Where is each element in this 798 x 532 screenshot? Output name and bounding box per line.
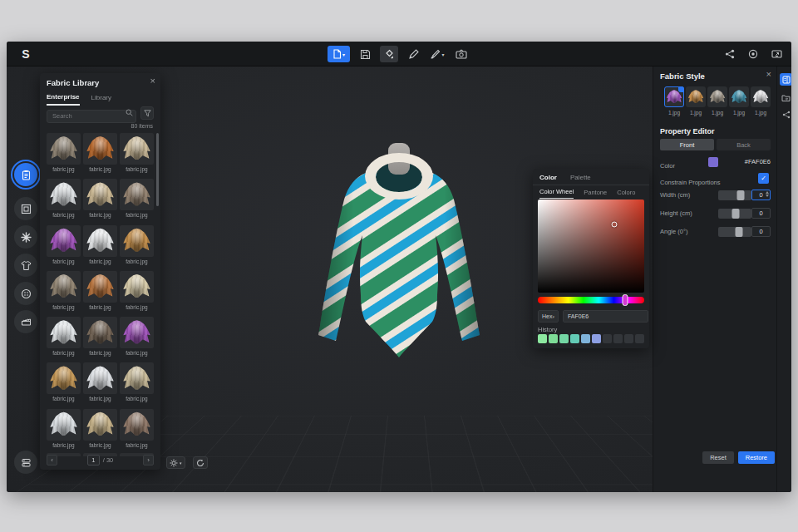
tab-enterprise[interactable]: Enterprise: [47, 91, 80, 106]
scrollbar[interactable]: [156, 133, 159, 206]
property-slider-track[interactable]: [718, 190, 751, 200]
export-dock-button[interactable]: [780, 91, 791, 104]
color-swatch[interactable]: [708, 157, 718, 167]
history-swatch[interactable]: [570, 334, 579, 343]
fabric-card[interactable]: fabric.jpg: [47, 362, 81, 403]
record-button[interactable]: [746, 46, 760, 62]
share-dock-button[interactable]: [780, 108, 791, 121]
saturation-value-square[interactable]: [538, 200, 644, 293]
rail-button-trim-button[interactable]: [14, 282, 37, 305]
rail-render-queue-button[interactable]: [14, 451, 37, 474]
fabric-card[interactable]: fabric.jpg: [120, 362, 154, 403]
fabric-card[interactable]: fabric.jpg: [47, 133, 81, 174]
subtab-color-wheel[interactable]: Color Wheel: [539, 187, 574, 199]
property-slider-track[interactable]: [718, 227, 751, 237]
fabric-style-thumbnail[interactable]: 1.jpg: [707, 86, 727, 116]
fabric-card[interactable]: fabric.jpg: [120, 271, 154, 312]
property-slider-handle[interactable]: [735, 227, 742, 237]
fabric-card[interactable]: fabric.jpg: [83, 271, 117, 312]
hex-value-input[interactable]: [563, 310, 648, 323]
current-page-input[interactable]: 1: [87, 455, 100, 466]
tab-library[interactable]: Library: [91, 91, 111, 106]
color-picker-cursor[interactable]: [612, 222, 618, 228]
subtab-pantone[interactable]: Pantone: [584, 187, 607, 199]
display-mode-button[interactable]: [770, 46, 783, 62]
property-value-input[interactable]: 0: [751, 208, 771, 219]
tab-palette[interactable]: Palette: [570, 172, 591, 185]
restore-button[interactable]: Restore: [738, 451, 775, 464]
dye-tool-button[interactable]: [380, 46, 398, 62]
garment-3d-model[interactable]: [308, 138, 490, 381]
viewport-settings-button[interactable]: ▾: [166, 456, 185, 469]
fabric-card[interactable]: fabric.jpg: [47, 179, 81, 219]
property-slider-track[interactable]: [718, 209, 751, 219]
properties-dock-button[interactable]: [780, 73, 791, 86]
property-value-input[interactable]: 0: [751, 226, 771, 237]
fabric-card[interactable]: fabric.jpg: [120, 133, 154, 174]
pen-tool-button[interactable]: [404, 46, 422, 62]
history-swatch[interactable]: [635, 334, 644, 343]
back-button[interactable]: Back: [717, 139, 771, 150]
fabric-card[interactable]: fabric.jpg: [47, 409, 81, 450]
stepper-arrows[interactable]: [766, 191, 769, 197]
property-slider-handle[interactable]: [737, 190, 745, 200]
hue-slider-handle[interactable]: [622, 294, 628, 306]
reset-button[interactable]: Reset: [702, 451, 734, 464]
constrain-proportions-checkbox[interactable]: ✓: [758, 173, 769, 184]
fabric-library-title: Fabric Library: [47, 78, 99, 87]
history-swatch[interactable]: [549, 334, 558, 343]
fabric-style-thumbnail[interactable]: 1.jpg: [751, 86, 771, 116]
tab-color[interactable]: Color: [539, 172, 557, 185]
color-format-select[interactable]: Hex ▾: [538, 310, 559, 323]
fabric-card[interactable]: fabric.jpg: [120, 317, 154, 357]
rail-material-button[interactable]: [14, 225, 37, 249]
fabric-card[interactable]: fabric.jpg: [83, 362, 117, 403]
history-swatch[interactable]: [559, 334, 569, 343]
fabric-card[interactable]: fabric.jpg: [83, 179, 117, 219]
save-button[interactable]: [356, 46, 374, 62]
document-menu-button[interactable]: ▾: [328, 46, 350, 62]
property-value-input[interactable]: 0: [751, 190, 771, 200]
fabric-card[interactable]: fabric.jpg: [47, 317, 81, 357]
history-swatch[interactable]: [624, 334, 633, 343]
fabric-thumbnail: [47, 317, 81, 348]
fabric-card[interactable]: fabric.jpg: [120, 225, 154, 266]
fabric-card[interactable]: fabric.jpg: [47, 225, 81, 266]
history-swatch[interactable]: [592, 334, 601, 343]
close-icon[interactable]: ×: [150, 76, 155, 86]
fabric-style-thumbnail[interactable]: 1.jpg: [686, 86, 706, 116]
hue-slider[interactable]: [538, 297, 644, 303]
snapshot-button[interactable]: [452, 46, 470, 62]
prev-page-button[interactable]: ‹: [47, 455, 57, 466]
fabric-card[interactable]: fabric.jpg: [120, 409, 154, 450]
rail-pattern-button[interactable]: [14, 197, 37, 220]
brush-tool-button[interactable]: ▾: [428, 46, 446, 62]
history-swatch[interactable]: [538, 334, 547, 343]
search-input[interactable]: [47, 110, 136, 123]
fabric-style-thumbnail[interactable]: 1.jpg: [664, 86, 684, 116]
rail-stitch-button[interactable]: [14, 310, 37, 333]
close-icon[interactable]: ×: [766, 69, 771, 79]
fabric-card[interactable]: fabric.jpg: [47, 271, 81, 312]
front-button[interactable]: Front: [660, 139, 714, 150]
fabric-drape-image: [753, 90, 769, 104]
fabric-card[interactable]: fabric.jpg: [83, 409, 117, 450]
fabric-card[interactable]: fabric.jpg: [120, 179, 154, 219]
subtab-coloro[interactable]: Coloro: [617, 187, 635, 199]
filter-button[interactable]: [140, 106, 154, 120]
viewport[interactable]: Fabric Library × Enterprise Library 80 i…: [7, 66, 791, 492]
next-page-button[interactable]: ›: [143, 455, 154, 466]
fabric-card[interactable]: fabric.jpg: [83, 225, 117, 266]
rail-garment-button[interactable]: [14, 254, 37, 277]
history-swatch[interactable]: [603, 334, 612, 343]
history-swatch[interactable]: [613, 334, 623, 343]
rail-fabric-library-button[interactable]: [14, 163, 37, 186]
fabric-style-thumbnail[interactable]: 1.jpg: [729, 86, 749, 116]
share-button[interactable]: [723, 46, 736, 62]
fabric-style-thumb-box: [686, 86, 706, 107]
fabric-card[interactable]: fabric.jpg: [83, 317, 117, 357]
property-slider-handle[interactable]: [732, 209, 739, 219]
fabric-card[interactable]: fabric.jpg: [83, 133, 117, 174]
history-swatch[interactable]: [581, 334, 590, 343]
reset-view-button[interactable]: [193, 456, 208, 469]
